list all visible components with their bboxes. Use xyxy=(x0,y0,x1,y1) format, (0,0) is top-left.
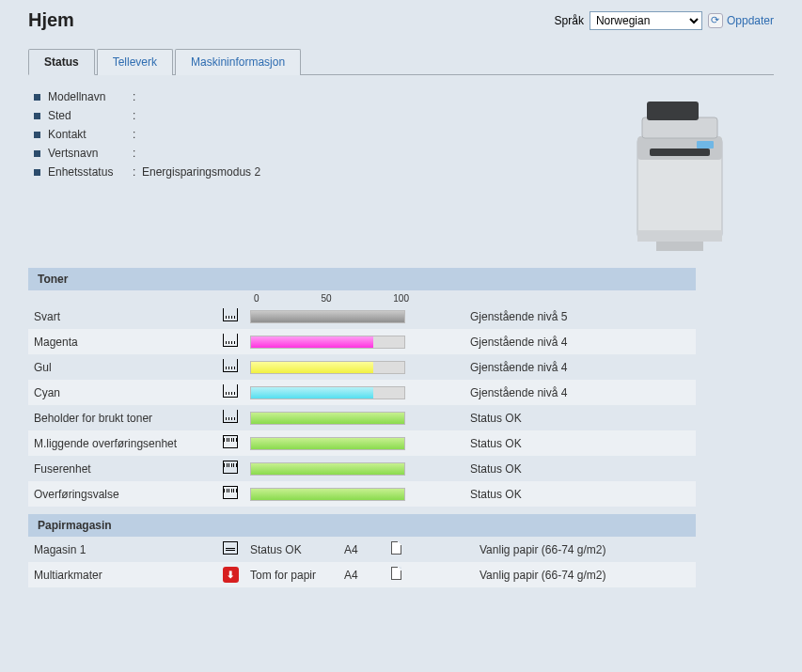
level-bar xyxy=(250,310,405,323)
info-value: Energisparingsmodus 2 xyxy=(142,165,260,179)
tray-size: A4 xyxy=(338,537,385,562)
info-label: Enhetsstatus xyxy=(48,165,133,179)
cartridge-icon xyxy=(223,359,238,372)
tray-name: Multiarkmater xyxy=(28,562,216,587)
refresh-label: Oppdater xyxy=(727,14,774,27)
toner-name: Cyan xyxy=(28,380,216,405)
component-icon xyxy=(223,486,238,499)
svg-rect-7 xyxy=(656,242,703,251)
toner-name: Overføringsvalse xyxy=(28,481,216,507)
info-label: Vertsnavn xyxy=(48,147,133,160)
toner-row: M.liggende overføringsenhetStatus OK xyxy=(28,430,696,456)
device-info-list: Modellnavn:Sted:Kontakt:Vertsnavn:Enhets… xyxy=(34,85,260,184)
tray-name: Magasin 1 xyxy=(28,537,216,562)
info-row: Modellnavn: xyxy=(34,90,260,103)
tray-section-title: Papirmagasin xyxy=(28,514,696,537)
cartridge-icon xyxy=(223,384,238,398)
printer-image xyxy=(623,85,736,254)
toner-name: Beholder for brukt toner xyxy=(28,405,216,430)
tray-type: Vanlig papir (66-74 g/m2) xyxy=(414,562,696,587)
toner-status: Gjenstående nivå 4 xyxy=(414,380,696,405)
toner-name: Svart xyxy=(28,304,216,329)
colon: : xyxy=(133,165,142,179)
svg-rect-2 xyxy=(642,117,717,138)
svg-rect-6 xyxy=(637,230,722,242)
bullet-icon xyxy=(34,94,40,101)
level-bar xyxy=(250,336,405,349)
level-bar xyxy=(250,361,405,374)
toner-status: Gjenstående nivå 4 xyxy=(414,329,696,354)
cartridge-icon xyxy=(223,410,238,423)
component-icon xyxy=(223,461,238,474)
tray-icon xyxy=(223,541,238,555)
toner-row: CyanGjenstående nivå 4 xyxy=(28,380,696,405)
refresh-link[interactable]: ⟳ Oppdater xyxy=(708,13,774,28)
toner-name: Magenta xyxy=(28,329,216,354)
bullet-icon xyxy=(34,169,40,176)
tab-maskininformasjon[interactable]: Maskininformasjon xyxy=(175,49,301,75)
toner-status: Status OK xyxy=(414,405,696,430)
toner-status: Status OK xyxy=(414,481,696,507)
tray-size: A4 xyxy=(338,562,385,587)
toner-row: GulGjenstående nivå 4 xyxy=(28,354,696,380)
colon: : xyxy=(133,90,142,103)
tray-row: Multiarkmater⬇Tom for papirA4Vanlig papi… xyxy=(28,562,696,587)
page-icon xyxy=(391,541,401,555)
toner-status: Status OK xyxy=(414,456,696,481)
toner-table: SvartGjenstående nivå 5MagentaGjenståend… xyxy=(28,304,696,507)
tray-row: Magasin 1Status OKA4Vanlig papir (66-74 … xyxy=(28,537,696,562)
colon: : xyxy=(133,128,142,141)
tabs: StatusTelleverkMaskininformasjon xyxy=(28,48,774,75)
svg-rect-4 xyxy=(650,148,710,156)
toner-scale: 050100 xyxy=(254,290,409,304)
refresh-icon: ⟳ xyxy=(708,13,723,28)
toner-status: Gjenstående nivå 5 xyxy=(414,304,696,329)
page-icon xyxy=(391,567,401,580)
colon: : xyxy=(133,147,142,160)
level-bar xyxy=(250,386,405,399)
info-row: Kontakt: xyxy=(34,128,260,141)
toner-row: Beholder for brukt tonerStatus OK xyxy=(28,405,696,430)
svg-rect-3 xyxy=(647,102,699,120)
toner-section-title: Toner xyxy=(28,268,696,290)
level-bar xyxy=(250,412,405,425)
toner-row: OverføringsvalseStatus OK xyxy=(28,481,696,507)
info-row: Enhetsstatus:Energisparingsmodus 2 xyxy=(34,165,260,179)
tray-type: Vanlig papir (66-74 g/m2) xyxy=(414,537,696,562)
info-label: Modellnavn xyxy=(48,90,133,103)
tray-error-icon: ⬇ xyxy=(223,567,239,583)
level-bar xyxy=(250,488,405,501)
toner-name: M.liggende overføringsenhet xyxy=(28,430,216,456)
tab-status[interactable]: Status xyxy=(28,49,95,75)
page-title: Hjem xyxy=(28,9,74,31)
component-icon xyxy=(223,435,238,448)
tray-table: Magasin 1Status OKA4Vanlig papir (66-74 … xyxy=(28,537,696,587)
info-label: Sted xyxy=(48,109,133,122)
bullet-icon xyxy=(34,113,40,119)
language-select[interactable]: Norwegian xyxy=(590,11,702,30)
info-label: Kontakt xyxy=(48,128,133,141)
level-bar xyxy=(250,437,405,450)
info-row: Sted: xyxy=(34,109,260,122)
info-row: Vertsnavn: xyxy=(34,147,260,160)
tray-status: Status OK xyxy=(244,537,338,562)
bullet-icon xyxy=(34,132,40,138)
toner-status: Status OK xyxy=(414,430,696,456)
toner-name: Gul xyxy=(28,354,216,380)
colon: : xyxy=(133,109,142,122)
toner-row: SvartGjenstående nivå 5 xyxy=(28,304,696,329)
cartridge-icon xyxy=(223,308,238,321)
language-label: Språk xyxy=(555,14,584,27)
toner-name: Fuserenhet xyxy=(28,456,216,481)
toner-row: FuserenhetStatus OK xyxy=(28,456,696,481)
tab-telleverk[interactable]: Telleverk xyxy=(97,49,173,75)
toner-row: MagentaGjenstående nivå 4 xyxy=(28,329,696,354)
tray-status: Tom for papir xyxy=(244,562,338,587)
cartridge-icon xyxy=(223,334,238,347)
toner-status: Gjenstående nivå 4 xyxy=(414,354,696,380)
level-bar xyxy=(250,462,405,476)
bullet-icon xyxy=(34,150,40,157)
svg-rect-5 xyxy=(697,141,714,148)
